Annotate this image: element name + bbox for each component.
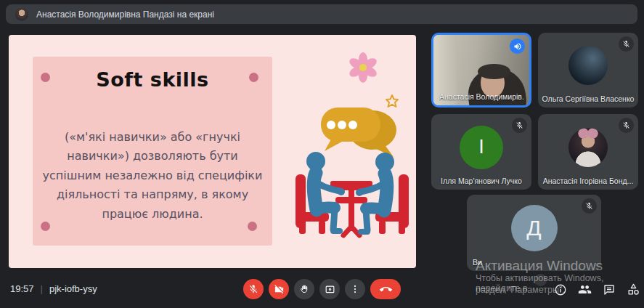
tile-participant[interactable]: Ольга Сергіївна Власенко [538, 33, 638, 108]
divider: | [41, 283, 43, 294]
avatar-letter: Д [511, 205, 558, 251]
tile-participant[interactable]: І Ілля Мар'янович Лучко [431, 114, 531, 190]
presenter-hair [478, 64, 510, 79]
mic-muted-indicator [619, 118, 634, 133]
participant-name: Анастасія Ігорівна Бонд... [541, 177, 635, 185]
avatar [568, 46, 608, 85]
speaking-indicator [510, 38, 525, 54]
activities-shapes-icon [627, 283, 640, 296]
participant-name: Ольга Сергіївна Власенко [541, 94, 635, 103]
participant-name: Ілля Мар'янович Лучко [434, 177, 529, 185]
meeting-info: 19:57 | pjk-iofb-ysy [10, 283, 97, 294]
tile-presenter-video[interactable]: Анастасія Володимирів... [431, 33, 531, 108]
windows-activation-line2: раздел "Параметры". [476, 285, 565, 295]
call-end-icon [380, 283, 392, 296]
avatar-letter: І [460, 126, 503, 169]
presentation-stage[interactable]: Soft skills («м'які навички» або «гнучкі… [9, 35, 416, 268]
camera-toggle-button[interactable] [269, 279, 289, 299]
tile-participant[interactable]: Анастасія Ігорівна Бонд... [538, 114, 638, 190]
meeting-details-button[interactable] [554, 283, 567, 296]
presenting-banner[interactable]: Анастасія Володимирівна Пандазі на екран… [6, 4, 637, 24]
leave-call-button[interactable] [370, 279, 401, 299]
mic-off-icon [585, 202, 593, 210]
slide-body-text: («м'які навички» або «гнучкі навички») д… [40, 128, 265, 224]
camera-off-icon [274, 284, 285, 295]
conversation-illustration [287, 40, 416, 258]
mic-off-icon [622, 40, 630, 48]
participant-name: Анастасія Володимирів... [439, 92, 523, 101]
chat-icon [603, 283, 616, 296]
chat-button[interactable] [603, 283, 616, 296]
info-icon [554, 283, 567, 296]
slide-text-box: Soft skills («м'які навички» або «гнучкі… [33, 57, 272, 246]
mic-off-icon [622, 121, 630, 129]
call-controls [243, 279, 401, 299]
more-vert-icon [350, 284, 360, 294]
meet-window: Анастасія Володимирівна Пандазі на екран… [0, 0, 644, 308]
present-screen-button[interactable] [319, 279, 340, 299]
speech-bubbles-icon [321, 108, 396, 157]
meeting-panels [554, 283, 640, 296]
presenting-banner-label: Анастасія Володимирівна Пандазі на екран… [36, 9, 214, 20]
show-everyone-button[interactable] [578, 283, 592, 296]
flower-icon [348, 52, 378, 83]
cursor-highlight [534, 274, 547, 286]
mic-muted-indicator [512, 118, 527, 133]
activities-button[interactable] [627, 283, 640, 296]
raised-hand-icon [299, 284, 310, 295]
windows-activation-title: Активация Windows [476, 258, 603, 274]
star-icon [386, 95, 398, 107]
mic-off-icon [515, 121, 523, 129]
avatar [568, 128, 608, 167]
clock-time: 19:57 [10, 283, 34, 294]
people-icon [578, 283, 592, 296]
person-right [356, 153, 394, 235]
raise-hand-button[interactable] [294, 279, 314, 299]
person-left [306, 152, 345, 234]
speaker-icon [513, 42, 522, 51]
presenter-avatar [15, 8, 28, 21]
present-screen-icon [325, 284, 335, 295]
mic-off-icon [248, 284, 258, 294]
meeting-code: pjk-iofb-ysy [49, 283, 97, 294]
mic-muted-indicator [582, 198, 597, 214]
mic-muted-indicator [619, 36, 634, 52]
more-options-button[interactable] [345, 279, 365, 299]
mic-toggle-button[interactable] [243, 279, 264, 299]
slide-title: Soft skills [33, 68, 272, 91]
